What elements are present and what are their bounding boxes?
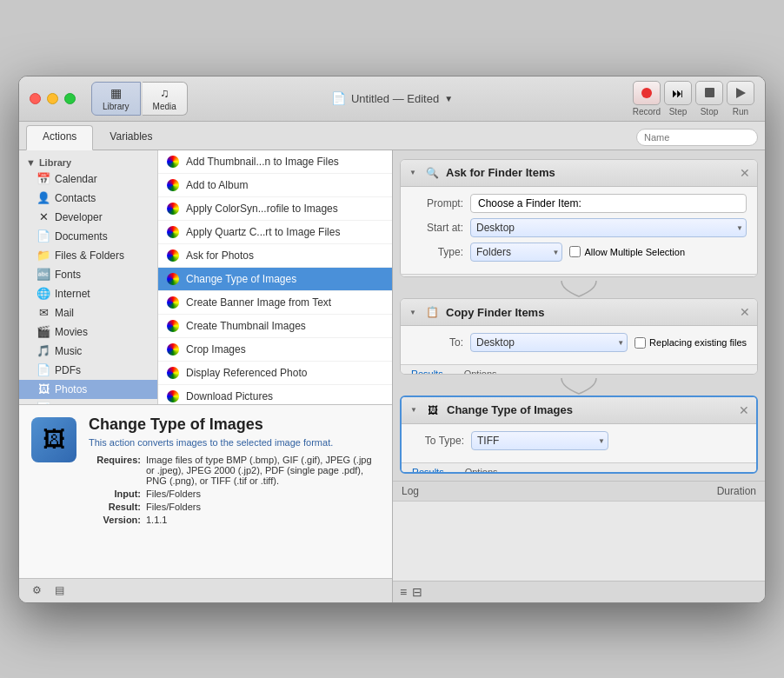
allow-multiple-checkbox[interactable] xyxy=(569,246,581,257)
action-item[interactable]: Display Referenced Photo xyxy=(158,362,392,385)
card2-collapse-btn[interactable]: ▼ xyxy=(408,307,418,317)
calendar-icon: 📅 xyxy=(37,172,50,186)
desc-big-icon: 🖼 xyxy=(31,417,76,462)
maximize-button[interactable] xyxy=(64,93,76,104)
card1-tab-options[interactable]: Options xyxy=(454,275,508,278)
action-icon xyxy=(165,201,181,216)
totype-select[interactable]: TIFF JPEG PNG BMP PDF xyxy=(471,431,608,450)
step-button[interactable]: ⏭ Step xyxy=(664,81,692,116)
list-icon-btn[interactable]: ▤ xyxy=(50,582,68,599)
log-icon-btn-1[interactable]: ≡ xyxy=(400,585,407,599)
action-item[interactable]: Create Banner Image from Text xyxy=(158,291,392,315)
sidebar-item-files-folders[interactable]: 📁 Files & Folders xyxy=(19,246,157,265)
action-label: Create Banner Image from Text xyxy=(186,296,331,309)
action-label: Crop Images xyxy=(186,343,246,356)
card3-tab-options[interactable]: Options xyxy=(455,463,508,474)
totype-label: To Type: xyxy=(412,435,464,447)
card1-icon: 🔍 xyxy=(423,164,441,182)
sidebar-item-fonts[interactable]: 🔤 Fonts xyxy=(19,265,157,284)
sidebar-item-developer[interactable]: ✕ Developer xyxy=(19,208,157,227)
action-item[interactable]: Add to Album xyxy=(158,174,392,197)
log-label: Log xyxy=(402,485,419,497)
card2-close-btn[interactable]: ✕ xyxy=(740,306,750,318)
settings-icon-btn[interactable]: ⚙ xyxy=(28,582,45,599)
left-split: ▼ Library 📅 Calendar 👤 Contacts ✕ Develo… xyxy=(19,150,392,404)
search-input[interactable] xyxy=(636,129,758,146)
result-label: Result: xyxy=(89,502,141,512)
run-icon-box xyxy=(727,81,754,105)
desc-subtitle: This action converts images to the selec… xyxy=(89,437,382,448)
window-title: Untitled — Edited xyxy=(351,92,439,105)
log-bottom-bar: ≡ ⊟ xyxy=(393,581,765,602)
requires-label: Requires: xyxy=(89,455,141,486)
card3-collapse-btn[interactable]: ▼ xyxy=(409,405,419,415)
totype-select-wrapper: TIFF JPEG PNG BMP PDF xyxy=(471,431,608,450)
card2-tab-options[interactable]: Options xyxy=(454,365,508,375)
step-label: Step xyxy=(669,107,688,116)
stop-button[interactable]: Stop xyxy=(695,81,723,116)
card3-title: Change Type of Images xyxy=(447,403,734,416)
tab-variables[interactable]: Variables xyxy=(93,125,169,150)
record-button[interactable]: Record xyxy=(633,81,661,116)
action-list: Add Thumbnail...n to Image Files Add to … xyxy=(158,150,392,404)
card2-tab-results[interactable]: Results xyxy=(401,365,454,375)
sidebar-item-internet[interactable]: 🌐 Internet xyxy=(19,284,157,303)
action-label: Change Type of Images xyxy=(186,273,296,285)
log-body xyxy=(393,502,765,581)
sidebar-item-photos[interactable]: 🖼 Photos xyxy=(19,380,157,399)
allow-multiple-label: Allow Multiple Selection xyxy=(569,246,685,257)
action-item[interactable]: Create Thumbnail Images xyxy=(158,315,392,338)
sidebar-item-label: Calendar xyxy=(55,173,97,185)
library-tab[interactable]: ▦ Library xyxy=(91,82,141,116)
card3-tab-results[interactable]: Results xyxy=(402,463,455,474)
log-icon-btn-2[interactable]: ⊟ xyxy=(412,585,422,599)
action-item-change-type[interactable]: Change Type of Images xyxy=(158,268,392,291)
action-item[interactable]: Add Thumbnail...n to Image Files xyxy=(158,150,392,174)
run-button[interactable]: Run xyxy=(727,81,754,116)
action-icon xyxy=(165,154,181,170)
media-tab[interactable]: ♫ Media xyxy=(143,82,188,116)
replacing-checkbox[interactable] xyxy=(635,337,646,349)
action-icon xyxy=(165,365,181,381)
desc-meta-row-result: Result: Files/Folders xyxy=(89,502,382,512)
minimize-button[interactable] xyxy=(47,93,58,104)
card1-collapse-btn[interactable]: ▼ xyxy=(408,168,418,178)
action-item-apply-quartz[interactable]: Apply Quartz C...rt to Image Files xyxy=(158,221,392,244)
sidebar-item-documents[interactable]: 📄 Documents xyxy=(19,227,157,246)
sidebar-item-mail[interactable]: ✉ Mail xyxy=(19,303,157,322)
sidebar-item-label: Music xyxy=(55,345,82,357)
card3-close-btn[interactable]: ✕ xyxy=(739,404,749,416)
action-icon xyxy=(165,224,181,240)
close-button[interactable] xyxy=(30,93,41,104)
sidebar-item-contacts[interactable]: 👤 Contacts xyxy=(19,189,157,208)
left-status-bar: ⚙ ▤ xyxy=(19,578,392,602)
card3-body: To Type: TIFF JPEG PNG BMP PDF xyxy=(402,424,756,462)
main-window: ▦ Library ♫ Media 📄 Untitled — Edited ▼ … xyxy=(18,76,766,603)
card3-tabs: Results Options xyxy=(402,462,756,474)
action-item[interactable]: Crop Images xyxy=(158,338,392,362)
connector1 xyxy=(400,281,758,298)
action-item[interactable]: Download Pictures xyxy=(158,385,392,404)
action-item[interactable]: Ask for Photos xyxy=(158,244,392,268)
to-select[interactable]: Desktop xyxy=(470,333,628,352)
card1-close-btn[interactable]: ✕ xyxy=(740,167,750,179)
tab-actions[interactable]: Actions xyxy=(26,125,93,150)
type-select[interactable]: Folders xyxy=(470,243,562,262)
action-label: Ask for Photos xyxy=(186,249,254,262)
sidebar-item-music[interactable]: 🎵 Music xyxy=(19,342,157,361)
card1-tab-results[interactable]: Results xyxy=(401,275,454,278)
connector2 xyxy=(400,378,758,396)
play-icon xyxy=(736,88,746,98)
prompt-input[interactable] xyxy=(470,194,747,213)
sidebar-item-pdfs[interactable]: 📄 PDFs xyxy=(19,361,157,380)
action-item[interactable]: Apply ColorSyn...rofile to Images xyxy=(158,197,392,221)
start-select[interactable]: Desktop xyxy=(470,218,747,237)
traffic-lights xyxy=(30,93,76,104)
requires-value: Image files of type BMP (.bmp), GIF (.gi… xyxy=(146,455,382,486)
right-panel: ▼ 🔍 Ask for Finder Items ✕ Prompt: Start… xyxy=(393,150,765,481)
card2-header: ▼ 📋 Copy Finder Items ✕ xyxy=(401,299,757,326)
sidebar-item-calendar[interactable]: 📅 Calendar xyxy=(19,170,157,189)
sidebar-item-movies[interactable]: 🎬 Movies xyxy=(19,322,157,342)
developer-icon: ✕ xyxy=(37,210,50,224)
to-select-wrapper: Desktop xyxy=(470,333,628,352)
